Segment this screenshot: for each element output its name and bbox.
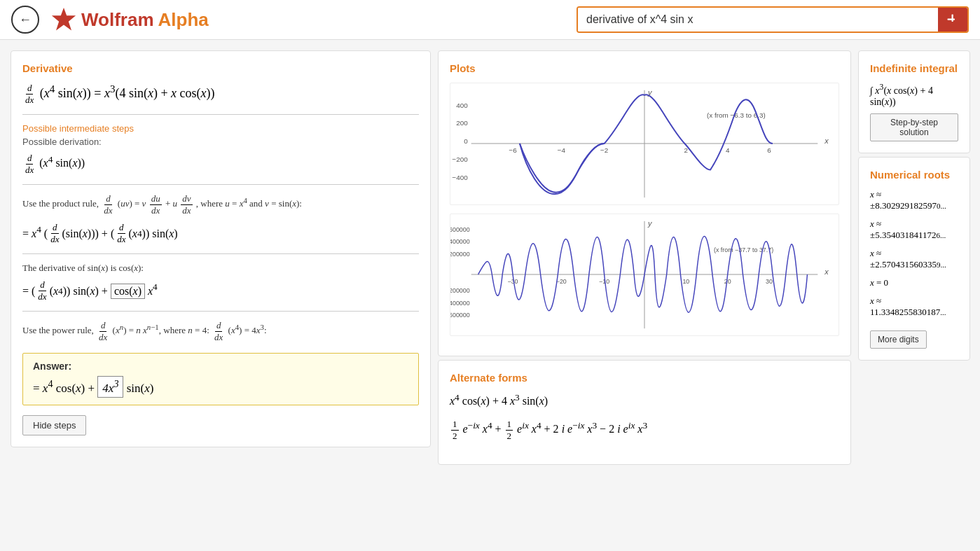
numerical-roots-panel: Numerical roots x ≈ ±8.3029291825970... … xyxy=(858,157,970,361)
root-2: x ≈ ±5.3540318411726... xyxy=(870,218,958,241)
deriv-expression: d dx (x4 sin(x)) xyxy=(22,153,419,176)
product-frac: d dx xyxy=(102,193,113,216)
step-by-step-button[interactable]: Step-by-step solution xyxy=(870,113,958,141)
sin-step: = ( d dx (x4)) sin(x) + cos(x) x4 xyxy=(22,279,419,302)
svg-text:6: 6 xyxy=(767,146,771,154)
svg-text:−400: −400 xyxy=(452,174,468,181)
alternate-form-1: x4 cos(x) + 4 x3 sin(x) xyxy=(450,392,839,407)
derivative-title: Derivative xyxy=(22,62,419,74)
svg-text:−600000: −600000 xyxy=(450,312,470,319)
plot-1-svg: 400 200 0 −200 −400 −6 −4 −2 2 4 6 x y (… xyxy=(450,83,838,204)
svg-text:(x from −37.7 to 37.7): (x from −37.7 to 37.7) xyxy=(714,246,773,253)
svg-text:−200000: −200000 xyxy=(450,287,470,294)
alternate-form-2: 1 2 e−ix x4 + 1 2 eix x4 + 2 i e−ix x3 −… xyxy=(450,419,839,442)
plots-panel: Plots 400 200 0 −200 −400 −6 −4 −2 xyxy=(438,50,851,356)
derivative-panel: Derivative d dx (x4 sin(x)) = x3(4 sin(x… xyxy=(11,50,431,447)
logo-alpha-text: Alpha xyxy=(158,9,209,31)
divider4 xyxy=(22,311,419,312)
svg-text:4: 4 xyxy=(726,146,730,154)
divider1 xyxy=(22,114,419,115)
inner-frac3: d dx xyxy=(36,279,48,302)
plot-2: 600000 400000 200000 −200000 −400000 −60… xyxy=(450,214,839,336)
d-dx-fraction: d dx xyxy=(24,83,35,106)
svg-text:600000: 600000 xyxy=(450,226,470,233)
search-icon xyxy=(946,13,959,26)
svg-text:y: y xyxy=(647,219,652,228)
svg-text:−2: −2 xyxy=(600,146,608,154)
derivative-main-formula: d dx (x4 sin(x)) = x3(4 sin(x) + x cos(x… xyxy=(22,83,419,106)
svg-rect-2 xyxy=(952,15,953,22)
header: ← WolframAlpha xyxy=(0,0,980,40)
root-3: x ≈ ±2.5704315603359... xyxy=(870,248,958,270)
answer-formula: = x4 cos(x) + 4x3 sin(x) xyxy=(33,376,408,398)
divider3 xyxy=(22,253,419,254)
svg-text:−400000: −400000 xyxy=(450,300,470,307)
svg-text:400: 400 xyxy=(456,102,468,109)
divider2 xyxy=(22,184,419,185)
svg-text:−200: −200 xyxy=(452,155,468,163)
answer-label: Answer: xyxy=(33,361,408,372)
back-button[interactable]: ← xyxy=(11,6,39,34)
deriv-frac: d dx xyxy=(24,153,35,176)
svg-text:−30: −30 xyxy=(507,278,518,285)
svg-text:10: 10 xyxy=(682,278,689,285)
du-dx-frac: du dx xyxy=(150,193,162,216)
intermediate-steps-link[interactable]: Possible intermediate steps xyxy=(22,123,419,134)
answer-box: Answer: = x4 cos(x) + 4x3 sin(x) xyxy=(22,353,419,405)
answer-highlighted-term: 4x3 xyxy=(97,376,123,398)
indefinite-integral-title: Indefinite integral xyxy=(870,62,958,74)
svg-text:400000: 400000 xyxy=(450,238,470,245)
wolfram-logo-icon xyxy=(50,6,77,33)
inner-frac2: d dx xyxy=(116,222,127,245)
svg-text:200000: 200000 xyxy=(450,251,470,258)
sin-derivative-text: The derivative of sin(x) is cos(x): xyxy=(22,263,419,274)
inner-frac1: d dx xyxy=(49,222,60,245)
svg-rect-1 xyxy=(948,19,955,20)
root-4: x = 0 xyxy=(870,277,958,288)
svg-text:x: x xyxy=(824,137,829,145)
svg-text:−4: −4 xyxy=(558,146,566,154)
plots-title: Plots xyxy=(450,62,839,74)
power-frac1: d dx xyxy=(97,320,109,343)
numerical-roots-title: Numerical roots xyxy=(870,169,958,181)
plot-1: 400 200 0 −200 −400 −6 −4 −2 2 4 6 x y (… xyxy=(450,83,839,205)
alternate-forms-title: Alternate forms xyxy=(450,372,839,384)
power-rule-text: Use the power rule, d dx (xn) = n xn−1, … xyxy=(22,320,419,343)
root-5: x ≈ 11.3348255830187... xyxy=(870,295,958,318)
search-input[interactable] xyxy=(578,8,938,32)
more-digits-button[interactable]: More digits xyxy=(870,330,927,349)
hide-steps-button[interactable]: Hide steps xyxy=(22,415,86,435)
search-bar xyxy=(577,6,969,33)
power-frac2: d dx xyxy=(213,320,224,343)
svg-text:200: 200 xyxy=(456,119,468,127)
indefinite-integral-panel: Indefinite integral ∫ x3(x cos(x) + 4 si… xyxy=(858,50,970,153)
svg-text:0: 0 xyxy=(464,137,468,145)
svg-text:30: 30 xyxy=(766,278,773,285)
svg-text:−6: −6 xyxy=(509,146,517,154)
possible-derivation-label: Possible derivation: xyxy=(22,137,419,147)
plot-2-svg: 600000 400000 200000 −200000 −400000 −60… xyxy=(450,214,838,335)
product-step: = x4 ( d dx (sin(x))) + ( d dx (x4)) sin… xyxy=(22,222,419,245)
cos-highlighted: cos(x) xyxy=(111,284,145,299)
main-content: Derivative d dx (x4 sin(x)) = x3(4 sin(x… xyxy=(0,40,980,475)
svg-text:x: x xyxy=(824,267,829,276)
logo: WolframAlpha xyxy=(50,6,209,33)
logo-wolfram-text: Wolfram xyxy=(81,9,154,31)
product-rule-text: Use the product rule, d dx (uv) = v du d… xyxy=(22,193,419,216)
center-column: Plots 400 200 0 −200 −400 −6 −4 −2 xyxy=(434,47,855,468)
right-panels: Indefinite integral ∫ x3(x cos(x) + 4 si… xyxy=(855,47,974,364)
integral-formula: ∫ x3(x cos(x) + 4 sin(x)) xyxy=(870,83,958,108)
search-button[interactable] xyxy=(938,8,967,32)
alternate-forms-panel: Alternate forms x4 cos(x) + 4 x3 sin(x) … xyxy=(438,360,851,465)
svg-marker-0 xyxy=(52,8,76,31)
dv-dx-frac: dv dx xyxy=(181,193,192,216)
root-1: x ≈ ±8.3029291825970... xyxy=(870,189,958,211)
